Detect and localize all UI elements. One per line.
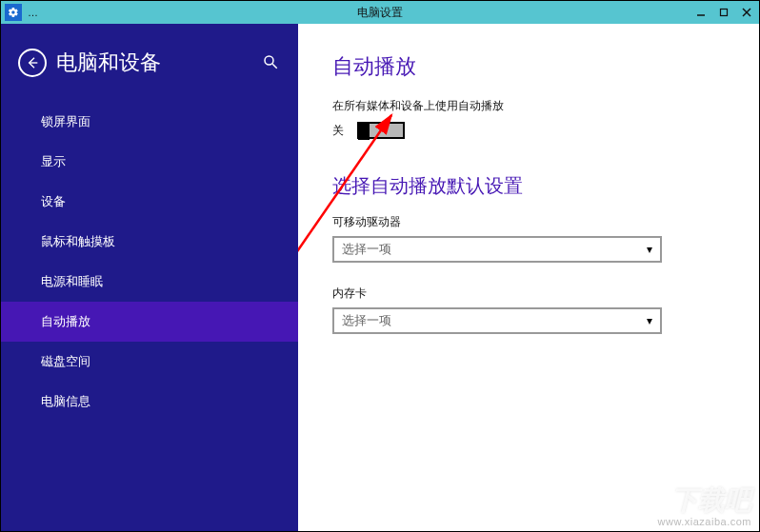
toggle-thumb (358, 123, 370, 140)
removable-drive-label: 可移动驱动器 (332, 214, 725, 230)
defaults-heading: 选择自动播放默认设置 (332, 173, 725, 199)
sidebar: 电脑和设备 锁屏界面 显示 设备 鼠标和触摸板 电源和睡眠 自动播放 磁盘空间 … (1, 24, 298, 531)
minimize-button[interactable] (694, 6, 708, 19)
sidebar-item-lockscreen[interactable]: 锁屏界面 (1, 102, 298, 142)
sidebar-item-label: 设备 (41, 194, 66, 208)
titlebar-app-token: … (28, 7, 38, 18)
watermark-logo: 下载吧 (658, 486, 751, 516)
sidebar-item-pcinfo[interactable]: 电脑信息 (1, 382, 298, 422)
sidebar-item-label: 显示 (41, 154, 66, 168)
sidebar-item-label: 自动播放 (41, 314, 90, 328)
sidebar-item-mouse[interactable]: 鼠标和触摸板 (1, 222, 298, 262)
sidebar-item-label: 锁屏界面 (41, 114, 90, 128)
select-value: 选择一项 (342, 241, 391, 258)
sidebar-item-power[interactable]: 电源和睡眠 (1, 262, 298, 302)
sidebar-title: 电脑和设备 (56, 49, 262, 77)
removable-drive-select[interactable]: 选择一项 ▾ (332, 236, 662, 263)
sidebar-item-autoplay[interactable]: 自动播放 (1, 302, 298, 342)
autoplay-description: 在所有媒体和设备上使用自动播放 (332, 98, 725, 114)
titlebar: … 电脑设置 (1, 1, 759, 24)
sidebar-list: 锁屏界面 显示 设备 鼠标和触摸板 电源和睡眠 自动播放 磁盘空间 电脑信息 (1, 102, 298, 422)
svg-point-5 (265, 56, 273, 65)
toggle-state-label: 关 (332, 123, 344, 139)
sidebar-item-label: 鼠标和触摸板 (41, 234, 115, 248)
sidebar-item-diskspace[interactable]: 磁盘空间 (1, 342, 298, 382)
sidebar-item-label: 磁盘空间 (41, 354, 90, 368)
autoplay-toggle[interactable] (357, 122, 405, 139)
maximize-button[interactable] (717, 6, 730, 19)
chevron-down-icon: ▾ (647, 243, 652, 256)
back-button[interactable] (18, 49, 47, 77)
sidebar-item-display[interactable]: 显示 (1, 142, 298, 182)
settings-gear-icon[interactable] (5, 4, 22, 21)
memory-card-select[interactable]: 选择一项 ▾ (332, 307, 662, 334)
select-value: 选择一项 (342, 312, 391, 329)
watermark-url: www.xiazaiba.com (658, 516, 751, 527)
close-button[interactable] (740, 6, 753, 19)
window-title: 电脑设置 (357, 5, 403, 21)
sidebar-item-label: 电源和睡眠 (41, 274, 103, 288)
sidebar-item-label: 电脑信息 (41, 394, 90, 408)
content-pane: 自动播放 在所有媒体和设备上使用自动播放 关 选择自动播放默认设置 可移动驱动器… (298, 24, 759, 531)
svg-rect-1 (721, 10, 728, 16)
content-heading: 自动播放 (332, 52, 725, 81)
sidebar-item-devices[interactable]: 设备 (1, 182, 298, 222)
search-icon[interactable] (262, 53, 281, 72)
chevron-down-icon: ▾ (647, 314, 652, 327)
svg-line-6 (272, 64, 277, 69)
watermark: 下载吧 www.xiazaiba.com (658, 486, 751, 527)
memory-card-label: 内存卡 (332, 286, 725, 302)
